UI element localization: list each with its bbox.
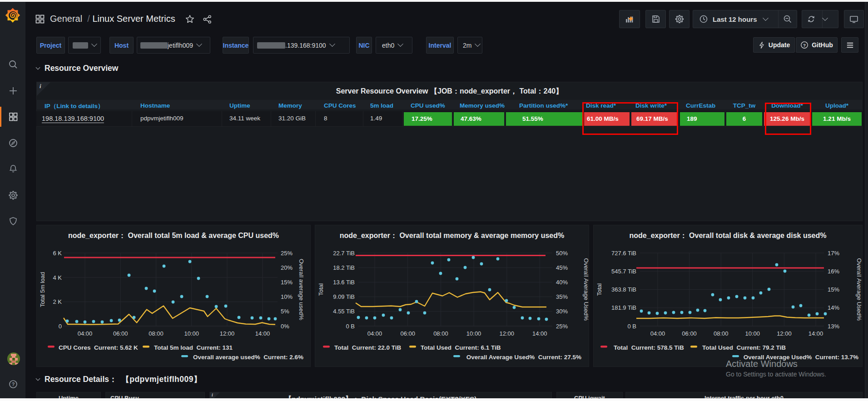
svg-text:06:00: 06:00: [113, 330, 128, 337]
svg-text:Total 5m load Current: 131: Total 5m load Current: 131: [154, 344, 233, 351]
svg-text:13%: 13%: [828, 323, 839, 330]
svg-text:Overall average used% Current: Overall average used% Current: 2.6%: [193, 354, 303, 361]
svg-text:0 B: 0 B: [627, 323, 636, 330]
svg-text:Total Used Current: 6.1 TiB: Total Used Current: 6.1 TiB: [421, 344, 501, 351]
svg-text:5%: 5%: [281, 308, 289, 315]
svg-text:0: 0: [59, 323, 62, 330]
svg-text:CPU Cores Current: 5.62 K: CPU Cores Current: 5.62 K: [59, 344, 138, 351]
svg-text:6 K: 6 K: [53, 250, 62, 257]
svg-text:10:00: 10:00: [184, 330, 199, 337]
svg-text:06:00: 06:00: [400, 330, 415, 337]
svg-text:45%: 45%: [556, 264, 568, 271]
svg-text:14:00: 14:00: [255, 330, 270, 337]
svg-text:13.6 TiB: 13.6 TiB: [333, 279, 355, 286]
svg-text:0%: 0%: [281, 323, 289, 330]
svg-text:17%: 17%: [828, 250, 839, 257]
svg-text:12:00: 12:00: [777, 330, 792, 337]
svg-text:14%: 14%: [828, 304, 839, 311]
svg-text:50%: 50%: [556, 250, 568, 257]
svg-text:10:00: 10:00: [745, 330, 760, 337]
svg-text:10:00: 10:00: [466, 330, 481, 337]
svg-text:20%: 20%: [281, 264, 293, 271]
svg-text:4.55 TiB: 4.55 TiB: [333, 308, 355, 315]
svg-text:08:00: 08:00: [149, 330, 164, 337]
svg-text:727.6 TiB: 727.6 TiB: [611, 250, 636, 257]
svg-text:Total: Total: [317, 283, 324, 296]
svg-text:08:00: 08:00: [714, 330, 729, 337]
svg-text:10%: 10%: [281, 293, 293, 300]
svg-text:?: ?: [12, 381, 15, 387]
svg-text:0 B: 0 B: [346, 323, 355, 330]
svg-text:363.8 TiB: 363.8 TiB: [611, 286, 636, 293]
svg-text:Overall Average Used%: Overall Average Used%: [856, 258, 863, 321]
svg-text:25%: 25%: [281, 250, 293, 257]
svg-text:2 K: 2 K: [53, 298, 62, 305]
svg-text:545.7 TiB: 545.7 TiB: [611, 268, 636, 275]
svg-text:18.2 TiB: 18.2 TiB: [333, 264, 355, 271]
svg-text:15%: 15%: [828, 286, 839, 293]
svg-text:?: ?: [803, 43, 806, 48]
svg-text:16%: 16%: [828, 268, 839, 275]
svg-text:Overall Average Used%: Overall Average Used%: [583, 258, 590, 321]
svg-text:Total: Total: [596, 283, 603, 296]
svg-text:40%: 40%: [556, 279, 568, 286]
svg-text:22.7 TiB: 22.7 TiB: [333, 250, 355, 257]
svg-text:15%: 15%: [281, 279, 293, 286]
svg-text:181.9 TiB: 181.9 TiB: [611, 304, 636, 311]
svg-text:Overall Average Used% Current: Overall Average Used% Current: 27.5%: [466, 354, 581, 361]
svg-text:Total Current: 578.5 TiB: Total Current: 578.5 TiB: [614, 344, 684, 351]
svg-text:14:00: 14:00: [808, 330, 823, 337]
svg-text:Total 5m load: Total 5m load: [39, 272, 46, 307]
svg-text:Total Used Current: 79.2 TiB: Total Used Current: 79.2 TiB: [702, 344, 786, 351]
svg-text:04:00: 04:00: [78, 330, 93, 337]
svg-text:Total Current: 22.0 TiB: Total Current: 22.0 TiB: [334, 344, 402, 351]
svg-text:25%: 25%: [556, 323, 568, 330]
svg-text:08:00: 08:00: [433, 330, 448, 337]
svg-text:12:00: 12:00: [220, 330, 235, 337]
svg-text:12:00: 12:00: [500, 330, 515, 337]
svg-text:30%: 30%: [556, 308, 568, 315]
svg-text:Overall average used%: Overall average used%: [298, 259, 305, 321]
svg-text:9.09 TiB: 9.09 TiB: [333, 293, 355, 300]
svg-text:14:00: 14:00: [532, 330, 547, 337]
svg-text:4 K: 4 K: [53, 274, 62, 281]
svg-text:06:00: 06:00: [682, 330, 697, 337]
svg-text:04:00: 04:00: [367, 330, 382, 337]
svg-text:04:00: 04:00: [650, 330, 665, 337]
svg-text:35%: 35%: [556, 293, 568, 300]
